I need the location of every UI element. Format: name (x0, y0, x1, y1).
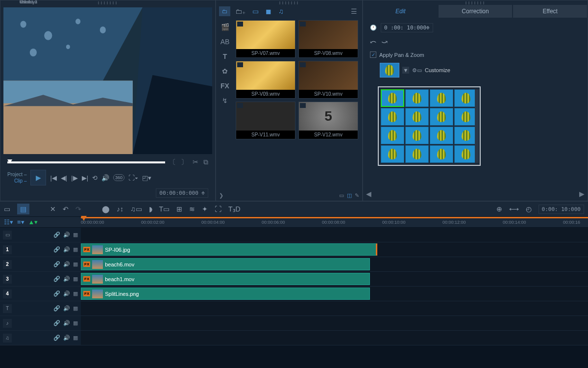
edit-icon[interactable]: ✎ (355, 192, 359, 199)
playback-mode[interactable]: Project – Clip – (7, 171, 26, 184)
library-thumb[interactable]: SP-V09.wmv (236, 61, 295, 99)
category-path-icon[interactable]: ↯ (222, 97, 228, 105)
resize-icon[interactable]: ⛶▾ (128, 174, 138, 182)
loop-icon[interactable]: ⟲ (92, 174, 98, 182)
pz-preset-cell[interactable] (405, 127, 429, 144)
tab-effect[interactable]: Effect (513, 4, 588, 18)
filter-video-icon[interactable]: ▭ (250, 6, 261, 16)
fx-track-icon[interactable]: ▩ (73, 335, 78, 341)
undo-icon[interactable]: ↶ (63, 205, 69, 213)
track-menu-icon[interactable]: ☷▾ (4, 218, 13, 226)
pz-preset-cell[interactable] (430, 89, 453, 107)
mark-out-icon[interactable]: 〕 (181, 158, 188, 167)
link-icon[interactable]: 🔗 (53, 305, 60, 312)
track-body[interactable] (81, 301, 588, 315)
pz-preset-cell[interactable] (405, 108, 429, 126)
track-header[interactable]: 2Overlay2🔗🔊▩ (0, 257, 81, 271)
rotate-right-icon[interactable]: ⤻ (381, 37, 388, 47)
browser-view-icon[interactable]: ▭ (339, 192, 344, 199)
timeline-timecode[interactable]: 0:00: 10:000 (539, 205, 584, 214)
track-header[interactable]: ▭Video🔗🔊▩ (0, 228, 81, 242)
link-icon[interactable]: 🔗 (53, 276, 60, 282)
t3d-icon[interactable]: T₃D (228, 205, 241, 213)
track-header[interactable]: ♫Music1🔗🔊▩ (0, 331, 81, 345)
track-body[interactable] (81, 228, 588, 242)
library-thumb[interactable]: 5SP-V12.wmv (298, 102, 358, 139)
library-thumb[interactable]: SP-V08.wmv (298, 20, 358, 58)
fx-track-icon[interactable]: ▩ (73, 320, 78, 326)
tab-correction[interactable]: Correction (438, 4, 513, 18)
track-body[interactable]: FXSplitLines.png (81, 287, 588, 301)
library-thumb[interactable]: SP-V07.wmv (236, 20, 295, 58)
zoom-in-icon[interactable]: ⊕ (496, 205, 502, 213)
title-editor-icon[interactable]: T▭ (159, 205, 170, 213)
category-template-icon[interactable]: AB (220, 38, 230, 46)
expand-options-icon[interactable]: ▶ (579, 190, 585, 198)
mute-icon[interactable]: 🔊 (63, 246, 70, 253)
pz-preset-cell[interactable] (381, 89, 404, 107)
link-icon[interactable]: 🔗 (53, 335, 60, 341)
split-screen-icon[interactable]: ⊞ (176, 205, 182, 213)
add-marker-icon[interactable]: ▲▾ (28, 218, 38, 226)
mark-in-icon[interactable]: 〔 (169, 158, 176, 167)
view-360-icon[interactable]: 360 (113, 174, 124, 181)
library-thumb[interactable]: SP-V11.wmv (236, 102, 295, 139)
pz-preset-cell[interactable] (405, 145, 429, 163)
timeline-view-icon[interactable]: ▤ (17, 204, 29, 214)
pz-preset-cell[interactable] (381, 127, 404, 144)
pz-preset-cell[interactable] (381, 108, 404, 126)
pz-preset-cell[interactable] (454, 89, 478, 107)
filter-audio-icon[interactable]: ♫ (276, 6, 286, 16)
mute-icon[interactable]: 🔊 (63, 305, 70, 312)
fx-track-icon[interactable]: ▩ (73, 261, 78, 267)
category-media-icon[interactable]: 🎬 (221, 23, 229, 31)
go-start-icon[interactable]: |◀ (50, 174, 56, 182)
play-button[interactable]: ▶ (30, 170, 46, 185)
track-body[interactable] (81, 331, 588, 345)
link-icon[interactable]: 🔗 (53, 261, 60, 267)
track-body[interactable]: FXbeach1.mov (81, 272, 588, 286)
link-icon[interactable]: 🔗 (53, 232, 60, 238)
mask-icon[interactable]: ◗ (149, 205, 152, 213)
category-title-icon[interactable]: T (223, 53, 227, 60)
tab-edit[interactable]: Edit (363, 4, 438, 18)
pz-preset-cell[interactable] (454, 108, 478, 126)
pz-preset-cell[interactable] (454, 127, 478, 144)
pz-preset-cell[interactable] (381, 145, 404, 163)
rotate-left-icon[interactable]: ⤺ (370, 37, 376, 47)
gear-icon[interactable]: ⚙▭ (412, 67, 422, 74)
add-folder-icon[interactable]: 🗀₊ (233, 6, 247, 16)
list-view-icon[interactable]: ☰ (349, 6, 359, 16)
go-end-icon[interactable]: ▶| (82, 174, 88, 182)
customize-label[interactable]: Customize (425, 67, 450, 73)
pz-preset-cell[interactable] (405, 89, 429, 107)
timeline-clip[interactable]: FXSplitLines.png (81, 288, 370, 300)
volume-icon[interactable]: 🔊 (101, 174, 109, 182)
mixer-icon[interactable]: ♪↕ (117, 205, 123, 213)
crop-icon[interactable]: ⛶ (215, 205, 221, 213)
track-header[interactable]: 4Overlay4🔗🔊▩ (0, 287, 81, 301)
popup-scrollbar[interactable] (475, 89, 479, 163)
library-thumb[interactable]: SP-V10.wmv (298, 61, 358, 99)
category-fx-icon[interactable]: FX (220, 82, 229, 90)
category-overlay-icon[interactable]: ✿ (222, 67, 228, 75)
expand-library-icon[interactable]: ❯ (219, 192, 223, 199)
pz-preset-cell[interactable] (430, 108, 453, 126)
prev-frame-icon[interactable]: ◀| (61, 174, 67, 182)
track-body[interactable] (81, 316, 588, 330)
duration-field[interactable]: 0 :00: 10:000≑ (381, 23, 433, 32)
track-header[interactable]: 3Overlay3🔗🔊▩ (0, 272, 81, 286)
mute-icon[interactable]: 🔊 (63, 335, 70, 341)
tools-icon[interactable]: ✕ (50, 205, 56, 213)
tracking-icon[interactable]: ✦ (202, 205, 208, 213)
link-icon[interactable]: 🔗 (53, 246, 60, 253)
mute-icon[interactable]: 🔊 (63, 261, 70, 267)
pz-preset-cell[interactable] (430, 127, 453, 144)
panel-drag-handle[interactable] (98, 1, 118, 4)
mute-icon[interactable]: 🔊 (63, 276, 70, 282)
folder-media-icon[interactable]: 🗀 (219, 6, 230, 16)
split-icon[interactable]: ✂ (193, 158, 198, 167)
scrub-bar[interactable] (7, 161, 165, 163)
thumbnail-view-icon[interactable]: ◫ (347, 192, 352, 199)
auto-music-icon[interactable]: ♫▭ (130, 205, 142, 213)
